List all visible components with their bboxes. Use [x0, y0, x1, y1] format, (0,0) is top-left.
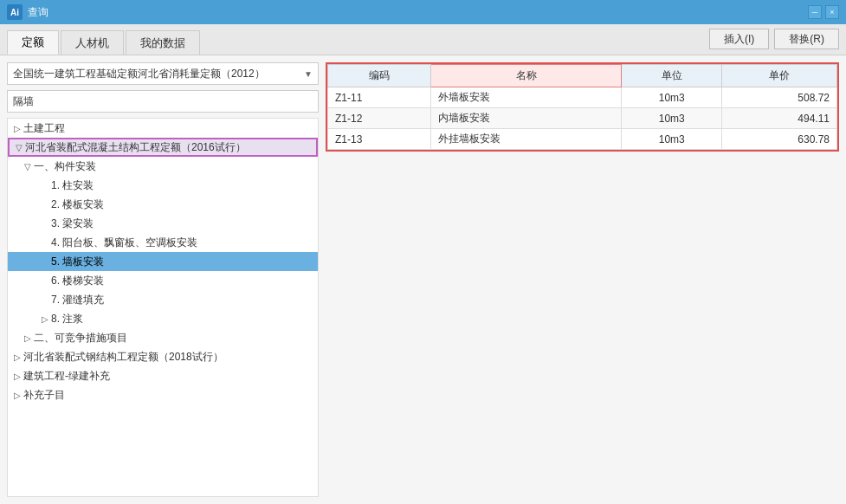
tab-bar: 定额 人材机 我的数据 插入(I) 替换(R) [0, 24, 846, 55]
expand-icon: ▷ [11, 370, 23, 382]
tree-item-guanfeng[interactable]: 7. 灌缝填充 [8, 290, 318, 309]
tab-actions: 插入(I) 替换(R) [709, 29, 839, 49]
expand-icon-empty [39, 179, 51, 191]
tree-label: 5. 墙板安装 [51, 255, 104, 269]
expand-icon: ▽ [22, 160, 34, 172]
cell-unit: 10m3 [622, 129, 722, 150]
col-header-unit: 单位 [622, 65, 722, 87]
data-table: 编码 名称 单位 单价 Z1-11 外墙板安装 10m3 508.72 Z1-1… [327, 64, 837, 150]
tree-label: 7. 灌缝填充 [51, 293, 104, 307]
quota-dropdown-value: 全国统一建筑工程基础定额河北省消耗量定额（2012） [13, 67, 265, 81]
col-header-price: 单价 [722, 65, 837, 87]
expand-icon-empty [39, 275, 51, 287]
expand-icon-empty [39, 236, 51, 249]
cell-name: 外墙板安装 [431, 87, 622, 108]
left-panel: 全国统一建筑工程基础定额河北省消耗量定额（2012） ▼ ▷ 土建工程 ▽ 河北… [7, 62, 319, 497]
table-row[interactable]: Z1-11 外墙板安装 10m3 508.72 [328, 87, 837, 108]
title-bar-left: Ai 查询 [7, 4, 48, 20]
tree-item-qiangban[interactable]: 5. 墙板安装 [8, 252, 318, 271]
window-controls[interactable]: ─ × [808, 5, 839, 19]
cell-name: 外挂墙板安装 [431, 129, 622, 150]
tree-item-louban[interactable]: 2. 楼板安装 [8, 195, 318, 214]
tree-label: 1. 柱安装 [51, 178, 94, 193]
expand-icon-empty [39, 217, 51, 229]
tree-item-tujian[interactable]: ▷ 土建工程 [8, 119, 318, 138]
tree-item-louti[interactable]: 6. 楼梯安装 [8, 271, 318, 290]
main-window: 定额 人材机 我的数据 插入(I) 替换(R) 全国统一建筑工程基础定额河北省消… [0, 24, 846, 504]
tree-item-yangtai[interactable]: 4. 阳台板、飘窗板、空调板安装 [8, 233, 318, 252]
cell-code: Z1-13 [328, 129, 431, 150]
cell-code: Z1-11 [328, 87, 431, 108]
quota-dropdown[interactable]: 全国统一建筑工程基础定额河北省消耗量定额（2012） ▼ [7, 62, 319, 85]
expand-icon-empty [39, 294, 51, 306]
tree-item-lvjian[interactable]: ▷ 建筑工程-绿建补充 [8, 366, 318, 385]
tree-label: 8. 注浆 [51, 312, 83, 326]
tab-mydata[interactable]: 我的数据 [126, 30, 200, 55]
tree-item-gangji[interactable]: ▷ 河北省装配式钢结构工程定额（2018试行） [8, 347, 318, 366]
tree-item-goujiean[interactable]: ▽ 一、 构件安装 [8, 157, 318, 176]
data-table-wrapper: 编码 名称 单位 单价 Z1-11 外墙板安装 10m3 508.72 Z1-1… [326, 62, 839, 152]
tree-item-buzi[interactable]: ▷ 补充子目 [8, 385, 318, 404]
tree-label: 河北省装配式混凝土结构工程定额（2016试行） [25, 140, 246, 155]
chevron-down-icon: ▼ [304, 69, 313, 79]
col-header-name: 名称 [431, 65, 622, 87]
tree-label: 构件安装 [55, 159, 96, 174]
expand-icon-empty [39, 198, 51, 210]
tree-item-kejingzheng[interactable]: ▷ 二、可竞争措施项目 [8, 328, 318, 347]
expand-icon: ▷ [11, 351, 23, 363]
tree-item-liang[interactable]: 3. 梁安装 [8, 214, 318, 233]
tree-label: 3. 梁安装 [51, 216, 94, 231]
close-button[interactable]: × [825, 5, 839, 19]
tree-label: 一、 [34, 159, 55, 174]
tree-label: 河北省装配式钢结构工程定额（2018试行） [23, 350, 223, 365]
tree-label: 2. 楼板安装 [51, 197, 104, 212]
expand-icon: ▽ [13, 141, 25, 153]
cell-name: 内墙板安装 [431, 108, 622, 129]
expand-icon: ▷ [11, 389, 23, 401]
cell-unit: 10m3 [622, 108, 722, 129]
tree-container[interactable]: ▷ 土建工程 ▽ 河北省装配式混凝土结构工程定额（2016试行） ▽ 一、 构件… [7, 118, 319, 497]
tree-label: 6. 楼梯安装 [51, 274, 104, 288]
window-title: 查询 [28, 5, 48, 20]
expand-icon: ▷ [11, 122, 23, 134]
cell-price: 630.78 [722, 129, 837, 150]
search-input[interactable] [7, 90, 319, 113]
cell-code: Z1-12 [328, 108, 431, 129]
table-row[interactable]: Z1-12 内墙板安装 10m3 494.11 [328, 108, 837, 129]
tree-label: 土建工程 [23, 121, 65, 136]
insert-button[interactable]: 插入(I) [709, 29, 769, 49]
tree-label: 补充子目 [23, 388, 65, 403]
minimize-button[interactable]: ─ [808, 5, 822, 19]
cell-price: 508.72 [722, 87, 837, 108]
expand-icon-empty [39, 255, 51, 268]
content-area: 全国统一建筑工程基础定额河北省消耗量定额（2012） ▼ ▷ 土建工程 ▽ 河北… [0, 55, 846, 504]
expand-icon: ▷ [22, 332, 34, 344]
tree-label: 建筑工程-绿建补充 [23, 369, 110, 384]
replace-button[interactable]: 替换(R) [774, 29, 839, 49]
tab-dinge[interactable]: 定额 [7, 30, 59, 55]
cell-unit: 10m3 [622, 87, 722, 108]
app-icon: Ai [7, 4, 23, 20]
title-bar: Ai 查询 ─ × [0, 0, 846, 24]
tab-renji[interactable]: 人材机 [61, 30, 124, 55]
tree-item-zhujiang[interactable]: ▷ 8. 注浆 [8, 309, 318, 328]
tree-item-zhu[interactable]: 1. 柱安装 [8, 176, 318, 195]
tree-label: 二、可竞争措施项目 [34, 331, 127, 346]
col-header-code: 编码 [328, 65, 431, 87]
tree-label: 4. 阳台板、飘窗板、空调板安装 [51, 236, 197, 250]
cell-price: 494.11 [722, 108, 837, 129]
table-row[interactable]: Z1-13 外挂墙板安装 10m3 630.78 [328, 129, 837, 150]
right-panel: 编码 名称 单位 单价 Z1-11 外墙板安装 10m3 508.72 Z1-1… [326, 62, 839, 497]
tree-item-hebei-concrete[interactable]: ▽ 河北省装配式混凝土结构工程定额（2016试行） [8, 138, 318, 157]
expand-icon: ▷ [39, 313, 51, 325]
